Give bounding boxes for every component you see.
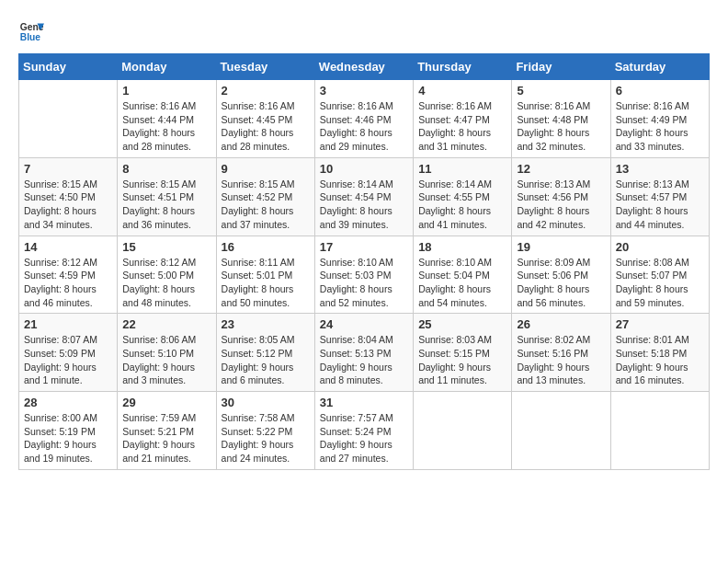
day-number: 31 [320,396,408,409]
calendar-cell: 26Sunrise: 8:02 AMSunset: 5:16 PMDayligh… [512,314,610,392]
calendar-cell: 12Sunrise: 8:13 AMSunset: 4:56 PMDayligh… [512,157,610,236]
calendar-cell [19,80,118,158]
day-info: Sunrise: 8:07 AMSunset: 5:09 PMDaylight:… [24,333,112,387]
day-info: Sunrise: 8:05 AMSunset: 5:12 PMDaylight:… [222,333,310,387]
page-header: General Blue [18,18,710,44]
day-info: Sunrise: 8:09 AMSunset: 5:06 PMDaylight:… [517,256,605,310]
day-number: 3 [320,84,408,98]
day-number: 19 [517,240,605,254]
calendar-cell: 23Sunrise: 8:05 AMSunset: 5:12 PMDayligh… [216,314,314,392]
day-number: 29 [122,396,210,409]
calendar-cell: 25Sunrise: 8:03 AMSunset: 5:15 PMDayligh… [414,314,512,392]
day-info: Sunrise: 8:13 AMSunset: 4:57 PMDaylight:… [616,178,704,232]
day-info: Sunrise: 8:11 AMSunset: 5:01 PMDaylight:… [222,256,310,310]
calendar-cell: 18Sunrise: 8:10 AMSunset: 5:04 PMDayligh… [414,236,512,314]
day-number: 8 [122,162,210,176]
day-info: Sunrise: 7:58 AMSunset: 5:22 PMDaylight:… [222,411,310,465]
day-info: Sunrise: 8:16 AMSunset: 4:48 PMDaylight:… [517,99,605,154]
day-number: 10 [320,162,408,176]
day-info: Sunrise: 8:15 AMSunset: 4:51 PMDaylight:… [122,178,210,232]
calendar-cell: 2Sunrise: 8:16 AMSunset: 4:45 PMDaylight… [216,80,314,158]
calendar-cell: 5Sunrise: 8:16 AMSunset: 4:48 PMDaylight… [512,80,610,158]
calendar-cell: 24Sunrise: 8:04 AMSunset: 5:13 PMDayligh… [314,314,413,392]
day-info: Sunrise: 8:14 AMSunset: 4:54 PMDaylight:… [320,178,408,232]
svg-text:Blue: Blue [20,32,41,42]
calendar-cell: 7Sunrise: 8:15 AMSunset: 4:50 PMDaylight… [19,157,118,236]
day-header-tuesday: Tuesday [216,54,314,80]
calendar-cell: 13Sunrise: 8:13 AMSunset: 4:57 PMDayligh… [610,157,709,236]
day-number: 16 [222,240,310,254]
calendar-cell: 9Sunrise: 8:15 AMSunset: 4:52 PMDaylight… [216,157,314,236]
calendar-cell: 3Sunrise: 8:16 AMSunset: 4:46 PMDaylight… [314,80,413,158]
day-number: 24 [320,317,408,331]
calendar-cell: 11Sunrise: 8:14 AMSunset: 4:55 PMDayligh… [414,157,512,236]
day-number: 5 [517,84,605,98]
calendar-cell: 27Sunrise: 8:01 AMSunset: 5:18 PMDayligh… [610,314,709,392]
day-number: 11 [418,162,506,176]
day-number: 30 [222,396,310,409]
day-number: 22 [122,317,210,331]
day-info: Sunrise: 8:03 AMSunset: 5:15 PMDaylight:… [418,333,506,387]
calendar-cell: 1Sunrise: 8:16 AMSunset: 4:44 PMDaylight… [118,80,216,158]
calendar-cell: 29Sunrise: 7:59 AMSunset: 5:21 PMDayligh… [118,392,216,470]
calendar-cell: 21Sunrise: 8:07 AMSunset: 5:09 PMDayligh… [19,314,118,392]
calendar-week-3: 14Sunrise: 8:12 AMSunset: 4:59 PMDayligh… [19,236,710,314]
day-number: 14 [24,240,112,254]
day-info: Sunrise: 8:04 AMSunset: 5:13 PMDaylight:… [320,333,408,387]
calendar-header-row: SundayMondayTuesdayWednesdayThursdayFrid… [19,54,710,80]
calendar-week-4: 21Sunrise: 8:07 AMSunset: 5:09 PMDayligh… [19,314,710,392]
day-info: Sunrise: 8:14 AMSunset: 4:55 PMDaylight:… [418,178,506,232]
calendar-week-1: 1Sunrise: 8:16 AMSunset: 4:44 PMDaylight… [19,80,710,158]
logo: General Blue [18,18,48,44]
day-info: Sunrise: 8:16 AMSunset: 4:46 PMDaylight:… [320,99,408,154]
day-number: 18 [418,240,506,254]
logo-icon: General Blue [18,18,44,44]
calendar-cell: 6Sunrise: 8:16 AMSunset: 4:49 PMDaylight… [610,80,709,158]
day-header-friday: Friday [512,54,610,80]
day-number: 15 [122,240,210,254]
day-number: 28 [24,396,112,409]
calendar-cell: 15Sunrise: 8:12 AMSunset: 5:00 PMDayligh… [118,236,216,314]
day-number: 25 [418,317,506,331]
calendar-cell: 4Sunrise: 8:16 AMSunset: 4:47 PMDaylight… [414,80,512,158]
day-info: Sunrise: 8:08 AMSunset: 5:07 PMDaylight:… [616,256,704,310]
day-number: 2 [222,84,310,98]
day-number: 20 [616,240,704,254]
calendar-cell [610,392,709,470]
calendar-cell: 28Sunrise: 8:00 AMSunset: 5:19 PMDayligh… [19,392,118,470]
calendar-cell: 14Sunrise: 8:12 AMSunset: 4:59 PMDayligh… [19,236,118,314]
day-number: 6 [616,84,704,98]
day-info: Sunrise: 8:13 AMSunset: 4:56 PMDaylight:… [517,178,605,232]
day-header-thursday: Thursday [414,54,512,80]
day-number: 1 [122,84,210,98]
day-number: 17 [320,240,408,254]
day-number: 26 [517,317,605,331]
day-header-sunday: Sunday [19,54,118,80]
calendar-cell: 19Sunrise: 8:09 AMSunset: 5:06 PMDayligh… [512,236,610,314]
day-info: Sunrise: 8:16 AMSunset: 4:47 PMDaylight:… [418,99,506,154]
day-info: Sunrise: 8:00 AMSunset: 5:19 PMDaylight:… [24,411,112,465]
day-info: Sunrise: 8:12 AMSunset: 5:00 PMDaylight:… [122,256,210,310]
calendar-week-5: 28Sunrise: 8:00 AMSunset: 5:19 PMDayligh… [19,392,710,470]
day-number: 7 [24,162,112,176]
day-number: 9 [222,162,310,176]
calendar-cell: 22Sunrise: 8:06 AMSunset: 5:10 PMDayligh… [118,314,216,392]
day-number: 21 [24,317,112,331]
calendar-cell: 31Sunrise: 7:57 AMSunset: 5:24 PMDayligh… [314,392,413,470]
calendar-week-2: 7Sunrise: 8:15 AMSunset: 4:50 PMDaylight… [19,157,710,236]
day-number: 13 [616,162,704,176]
calendar-cell [414,392,512,470]
day-number: 23 [222,317,310,331]
calendar-cell [512,392,610,470]
day-number: 27 [616,317,704,331]
calendar-cell: 30Sunrise: 7:58 AMSunset: 5:22 PMDayligh… [216,392,314,470]
day-info: Sunrise: 8:12 AMSunset: 4:59 PMDaylight:… [24,256,112,310]
calendar-cell: 8Sunrise: 8:15 AMSunset: 4:51 PMDaylight… [118,157,216,236]
day-info: Sunrise: 8:01 AMSunset: 5:18 PMDaylight:… [616,333,704,387]
day-info: Sunrise: 8:10 AMSunset: 5:03 PMDaylight:… [320,256,408,310]
day-info: Sunrise: 8:10 AMSunset: 5:04 PMDaylight:… [418,256,506,310]
calendar-cell: 16Sunrise: 8:11 AMSunset: 5:01 PMDayligh… [216,236,314,314]
day-info: Sunrise: 8:16 AMSunset: 4:45 PMDaylight:… [222,99,310,154]
day-info: Sunrise: 8:16 AMSunset: 4:44 PMDaylight:… [122,99,210,154]
calendar-cell: 17Sunrise: 8:10 AMSunset: 5:03 PMDayligh… [314,236,413,314]
